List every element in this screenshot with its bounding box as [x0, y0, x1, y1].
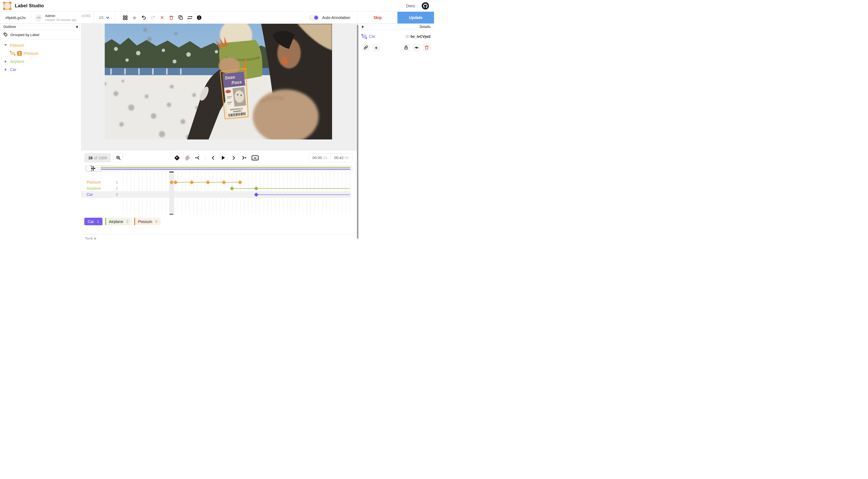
delete-icon[interactable]: [167, 13, 176, 22]
outliner-group-possum[interactable]: Possum: [0, 41, 81, 49]
keyframe-remove-icon[interactable]: [184, 155, 190, 161]
keyframe-segment[interactable]: [232, 188, 350, 189]
undo-icon[interactable]: [139, 13, 148, 22]
chevron-down-icon: [106, 16, 110, 20]
task-id[interactable]: #9pb8Lgs2iv: [0, 12, 31, 24]
zoom-in-button[interactable]: [114, 153, 123, 162]
keyframe-segment[interactable]: [256, 194, 350, 195]
collapse-outliner-icon[interactable]: [76, 25, 78, 28]
playhead-bottom-handle[interactable]: [169, 214, 173, 215]
frame-counter[interactable]: 16 of 1008: [84, 153, 111, 162]
region-label: Possum: [24, 51, 38, 56]
play-icon[interactable]: [220, 155, 226, 161]
track-label-airplane[interactable]: Airplane: [87, 185, 101, 191]
auto-annotation-toggle[interactable]: [309, 15, 319, 21]
time-display: 00:00:16 00:42:00: [309, 153, 352, 162]
caret-down-icon[interactable]: [3, 44, 8, 46]
total-time: 00:42:00: [331, 153, 352, 162]
label-text: Possum: [138, 219, 152, 224]
current-frame: 16: [88, 156, 93, 160]
total-frames: of 1008: [94, 156, 107, 160]
label-hotkey: 3: [155, 219, 157, 223]
current-time: 00:00:16: [309, 153, 331, 162]
annotation-id: #1001: [82, 14, 91, 18]
region-bounding-box[interactable]: [220, 68, 248, 119]
outliner-tree: Possum1PossumAirplaneCar: [0, 39, 81, 73]
vertical-scrollbar[interactable]: [357, 24, 358, 239]
info-icon[interactable]: [194, 13, 204, 22]
app-title: Label Studio: [15, 3, 44, 9]
outliner-group-car[interactable]: Car: [0, 65, 81, 73]
seeker-strip[interactable]: [85, 165, 352, 171]
label-hotkey: 1: [97, 219, 99, 223]
caret-right-icon[interactable]: [3, 60, 8, 63]
label-text: Airplane: [109, 219, 123, 224]
label-button-airplane[interactable]: Airplane2: [105, 218, 132, 225]
outliner-panel: Outliner Grouped by Label Possum1PossumA…: [0, 24, 81, 239]
playhead-top-handle[interactable]: [169, 172, 174, 173]
label-hotkey: 2: [126, 219, 128, 223]
group-label: Car: [10, 67, 17, 72]
annotation-pager[interactable]: 1/1: [94, 12, 115, 24]
task-footer: Task #: [81, 234, 358, 239]
relations-icon[interactable]: [185, 13, 194, 22]
label-text: Car: [88, 219, 94, 224]
annotation-created: created, 25 minutes ago: [45, 18, 91, 22]
seeker-annotation-span: [93, 167, 350, 168]
selected-region-row[interactable]: Car ID 5o_lvCVjw2: [359, 30, 434, 38]
next-frame-icon[interactable]: [231, 155, 236, 161]
link-icon[interactable]: [362, 43, 370, 52]
keyframe-timeline[interactable]: Possum1Airplane2Car3: [81, 172, 358, 215]
prev-frame-icon[interactable]: [210, 155, 216, 161]
caret-right-icon[interactable]: [3, 68, 8, 71]
avatar: AD: [35, 14, 42, 21]
skip-button[interactable]: Skip: [358, 12, 397, 24]
label-color-bar: [105, 218, 106, 225]
auto-annotation-control: Auto-Annotation: [306, 12, 358, 24]
region-id: ID 5o_lvCVjw2: [406, 34, 431, 38]
outliner-group-airplane[interactable]: Airplane: [0, 57, 81, 65]
region-index-badge: 1: [17, 51, 22, 56]
annotator-info: AD Admin #1001 created, 25 minutes ago: [31, 12, 94, 24]
annotation-toolbar: #9pb8Lgs2iv AD Admin #1001 created, 25 m…: [0, 12, 434, 24]
timeline-seeker: [81, 165, 358, 172]
prev-keyframe-icon[interactable]: [195, 155, 200, 161]
add-relation-icon[interactable]: ＋: [372, 43, 380, 52]
duplicate-icon[interactable]: [176, 13, 185, 22]
grouping-label: Grouped by Label: [10, 33, 39, 37]
region-label: Car: [369, 34, 375, 38]
delete-region-icon[interactable]: [423, 43, 431, 52]
timeline-playhead[interactable]: [169, 172, 174, 215]
track-label-possum[interactable]: Possum: [87, 179, 101, 185]
details-panel: Details Car ID 5o_lvCVjw2 ＋: [358, 24, 434, 239]
tool-buttons: ★ ✕: [115, 12, 207, 24]
update-button[interactable]: Update: [397, 12, 434, 24]
unlock-icon[interactable]: [402, 43, 410, 52]
label-button-car[interactable]: Car1: [84, 218, 102, 225]
grid-view-icon[interactable]: [121, 13, 130, 22]
outliner-title: Outliner: [3, 25, 16, 29]
track-label-car[interactable]: Car: [87, 191, 93, 198]
docs-link[interactable]: Docs: [406, 4, 415, 8]
task-label: Task #: [85, 236, 96, 239]
redo-icon[interactable]: [148, 13, 157, 22]
collapse-details-icon[interactable]: [362, 25, 364, 28]
group-label: Airplane: [10, 59, 24, 64]
keyframe-add-icon[interactable]: +: [174, 155, 180, 161]
label-button-possum[interactable]: Possum3: [134, 218, 161, 225]
collapse-timeline-icon[interactable]: [251, 155, 258, 160]
star-icon[interactable]: ★: [130, 13, 139, 22]
region-rect-icon: [362, 35, 366, 38]
move-cursor-icon: [91, 166, 96, 171]
auto-annotation-label: Auto-Annotation: [322, 16, 350, 20]
label-studio-app: Label Studio Docs #9pb8Lgs2iv AD Admin #…: [0, 0, 434, 239]
next-keyframe-icon[interactable]: [241, 155, 247, 161]
annotator-name: Admin: [45, 14, 55, 18]
github-icon[interactable]: [422, 2, 429, 9]
visibility-icon[interactable]: [412, 43, 420, 52]
video-frame[interactable]: Seas Pass RATATOUILLE BOWERS: [105, 24, 332, 140]
reject-icon[interactable]: ✕: [157, 13, 167, 22]
grouping-selector[interactable]: Grouped by Label: [0, 30, 81, 39]
outliner-region-possum[interactable]: 1Possum: [0, 49, 81, 57]
track-index: 3: [111, 191, 118, 198]
